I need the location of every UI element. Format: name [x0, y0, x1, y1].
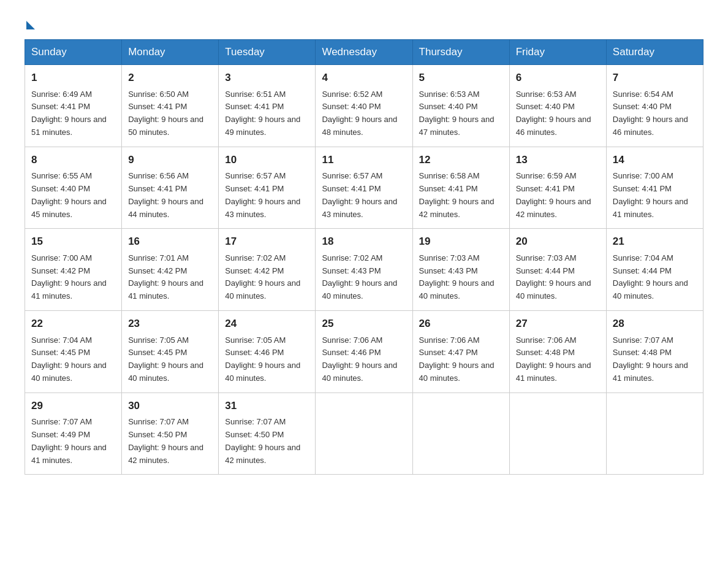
day-info: Sunrise: 6:49 AMSunset: 4:41 PMDaylight:… — [31, 90, 107, 137]
calendar-day-cell — [316, 393, 412, 475]
day-info: Sunrise: 7:05 AMSunset: 4:45 PMDaylight:… — [128, 335, 203, 383]
calendar-day-cell: 26 Sunrise: 7:06 AMSunset: 4:47 PMDaylig… — [412, 311, 509, 393]
calendar-week-row: 15 Sunrise: 7:00 AMSunset: 4:42 PMDaylig… — [25, 229, 703, 311]
calendar-day-cell: 2 Sunrise: 6:50 AMSunset: 4:41 PMDayligh… — [122, 65, 219, 147]
calendar-day-cell: 28 Sunrise: 7:07 AMSunset: 4:48 PMDaylig… — [606, 311, 703, 393]
calendar-day-cell: 16 Sunrise: 7:01 AMSunset: 4:42 PMDaylig… — [122, 229, 219, 311]
day-number: 15 — [31, 234, 115, 250]
day-info: Sunrise: 6:54 AMSunset: 4:40 PMDaylight:… — [613, 90, 688, 137]
day-number: 1 — [31, 70, 115, 86]
day-number: 28 — [613, 316, 697, 332]
calendar-day-cell: 24 Sunrise: 7:05 AMSunset: 4:46 PMDaylig… — [219, 311, 316, 393]
calendar-table: SundayMondayTuesdayWednesdayThursdayFrid… — [25, 39, 703, 475]
day-number: 29 — [31, 398, 115, 414]
day-info: Sunrise: 7:07 AMSunset: 4:50 PMDaylight:… — [225, 417, 300, 464]
calendar-day-cell: 4 Sunrise: 6:52 AMSunset: 4:40 PMDayligh… — [316, 65, 412, 147]
day-info: Sunrise: 6:58 AMSunset: 4:41 PMDaylight:… — [419, 171, 495, 218]
day-info: Sunrise: 7:07 AMSunset: 4:50 PMDaylight:… — [128, 417, 203, 464]
day-number: 23 — [128, 316, 212, 332]
calendar-day-header: Sunday — [25, 40, 122, 65]
calendar-day-header: Friday — [509, 40, 606, 65]
day-info: Sunrise: 7:03 AMSunset: 4:43 PMDaylight:… — [419, 253, 495, 301]
day-info: Sunrise: 6:51 AMSunset: 4:41 PMDaylight:… — [225, 90, 300, 137]
calendar-day-cell: 29 Sunrise: 7:07 AMSunset: 4:49 PMDaylig… — [25, 393, 122, 475]
day-number: 21 — [613, 234, 697, 250]
day-number: 11 — [322, 152, 406, 168]
day-number: 25 — [322, 316, 406, 332]
day-number: 24 — [225, 316, 309, 332]
calendar-day-cell: 3 Sunrise: 6:51 AMSunset: 4:41 PMDayligh… — [219, 65, 316, 147]
day-info: Sunrise: 6:59 AMSunset: 4:41 PMDaylight:… — [516, 171, 591, 218]
day-info: Sunrise: 6:55 AMSunset: 4:40 PMDaylight:… — [31, 171, 107, 218]
day-number: 10 — [225, 152, 309, 168]
day-info: Sunrise: 7:06 AMSunset: 4:46 PMDaylight:… — [322, 335, 397, 383]
calendar-day-cell — [606, 393, 703, 475]
day-number: 13 — [516, 152, 600, 168]
day-info: Sunrise: 7:05 AMSunset: 4:46 PMDaylight:… — [225, 335, 300, 383]
calendar-day-cell: 11 Sunrise: 6:57 AMSunset: 4:41 PMDaylig… — [316, 147, 412, 229]
day-number: 22 — [31, 316, 115, 332]
calendar-day-cell: 30 Sunrise: 7:07 AMSunset: 4:50 PMDaylig… — [122, 393, 219, 475]
day-number: 17 — [225, 234, 309, 250]
day-number: 6 — [516, 70, 600, 86]
day-number: 9 — [128, 152, 212, 168]
calendar-day-cell — [509, 393, 606, 475]
calendar-day-header: Wednesday — [316, 40, 412, 65]
day-info: Sunrise: 7:02 AMSunset: 4:43 PMDaylight:… — [322, 253, 397, 301]
calendar-header-row: SundayMondayTuesdayWednesdayThursdayFrid… — [25, 40, 703, 65]
day-number: 12 — [419, 152, 503, 168]
calendar-day-cell: 20 Sunrise: 7:03 AMSunset: 4:44 PMDaylig… — [509, 229, 606, 311]
day-info: Sunrise: 7:07 AMSunset: 4:49 PMDaylight:… — [31, 417, 107, 464]
day-info: Sunrise: 7:00 AMSunset: 4:42 PMDaylight:… — [31, 253, 107, 301]
logo-arrow-icon — [26, 21, 35, 29]
day-info: Sunrise: 6:53 AMSunset: 4:40 PMDaylight:… — [419, 90, 495, 137]
day-number: 3 — [225, 70, 309, 86]
day-info: Sunrise: 7:06 AMSunset: 4:47 PMDaylight:… — [419, 335, 495, 383]
calendar-week-row: 22 Sunrise: 7:04 AMSunset: 4:45 PMDaylig… — [25, 311, 703, 393]
day-number: 2 — [128, 70, 212, 86]
day-info: Sunrise: 6:57 AMSunset: 4:41 PMDaylight:… — [322, 171, 397, 218]
calendar-day-header: Monday — [122, 40, 219, 65]
page-header — [25, 18, 703, 27]
day-number: 20 — [516, 234, 600, 250]
calendar-day-header: Tuesday — [219, 40, 316, 65]
calendar-day-cell: 12 Sunrise: 6:58 AMSunset: 4:41 PMDaylig… — [412, 147, 509, 229]
day-info: Sunrise: 7:03 AMSunset: 4:44 PMDaylight:… — [516, 253, 591, 301]
day-info: Sunrise: 6:57 AMSunset: 4:41 PMDaylight:… — [225, 171, 300, 218]
calendar-day-cell: 23 Sunrise: 7:05 AMSunset: 4:45 PMDaylig… — [122, 311, 219, 393]
day-number: 7 — [613, 70, 697, 86]
day-number: 19 — [419, 234, 503, 250]
calendar-day-header: Thursday — [412, 40, 509, 65]
logo — [25, 18, 35, 27]
calendar-day-cell: 21 Sunrise: 7:04 AMSunset: 4:44 PMDaylig… — [606, 229, 703, 311]
calendar-day-cell: 8 Sunrise: 6:55 AMSunset: 4:40 PMDayligh… — [25, 147, 122, 229]
calendar-day-cell: 31 Sunrise: 7:07 AMSunset: 4:50 PMDaylig… — [219, 393, 316, 475]
calendar-week-row: 29 Sunrise: 7:07 AMSunset: 4:49 PMDaylig… — [25, 393, 703, 475]
day-number: 30 — [128, 398, 212, 414]
calendar-day-cell: 27 Sunrise: 7:06 AMSunset: 4:48 PMDaylig… — [509, 311, 606, 393]
day-number: 27 — [516, 316, 600, 332]
day-info: Sunrise: 7:01 AMSunset: 4:42 PMDaylight:… — [128, 253, 203, 301]
day-info: Sunrise: 7:04 AMSunset: 4:45 PMDaylight:… — [31, 335, 107, 383]
day-number: 31 — [225, 398, 309, 414]
calendar-day-cell: 15 Sunrise: 7:00 AMSunset: 4:42 PMDaylig… — [25, 229, 122, 311]
calendar-day-header: Saturday — [606, 40, 703, 65]
calendar-day-cell: 17 Sunrise: 7:02 AMSunset: 4:42 PMDaylig… — [219, 229, 316, 311]
day-info: Sunrise: 6:53 AMSunset: 4:40 PMDaylight:… — [516, 90, 591, 137]
day-info: Sunrise: 7:02 AMSunset: 4:42 PMDaylight:… — [225, 253, 300, 301]
day-number: 16 — [128, 234, 212, 250]
calendar-day-cell: 7 Sunrise: 6:54 AMSunset: 4:40 PMDayligh… — [606, 65, 703, 147]
calendar-day-cell: 1 Sunrise: 6:49 AMSunset: 4:41 PMDayligh… — [25, 65, 122, 147]
day-info: Sunrise: 7:04 AMSunset: 4:44 PMDaylight:… — [613, 253, 688, 301]
day-number: 18 — [322, 234, 406, 250]
calendar-day-cell: 14 Sunrise: 7:00 AMSunset: 4:41 PMDaylig… — [606, 147, 703, 229]
calendar-day-cell: 10 Sunrise: 6:57 AMSunset: 4:41 PMDaylig… — [219, 147, 316, 229]
day-info: Sunrise: 6:50 AMSunset: 4:41 PMDaylight:… — [128, 90, 203, 137]
day-info: Sunrise: 7:06 AMSunset: 4:48 PMDaylight:… — [516, 335, 591, 383]
calendar-day-cell: 13 Sunrise: 6:59 AMSunset: 4:41 PMDaylig… — [509, 147, 606, 229]
calendar-day-cell — [412, 393, 509, 475]
calendar-week-row: 8 Sunrise: 6:55 AMSunset: 4:40 PMDayligh… — [25, 147, 703, 229]
calendar-day-cell: 18 Sunrise: 7:02 AMSunset: 4:43 PMDaylig… — [316, 229, 412, 311]
calendar-day-cell: 6 Sunrise: 6:53 AMSunset: 4:40 PMDayligh… — [509, 65, 606, 147]
day-number: 14 — [613, 152, 697, 168]
